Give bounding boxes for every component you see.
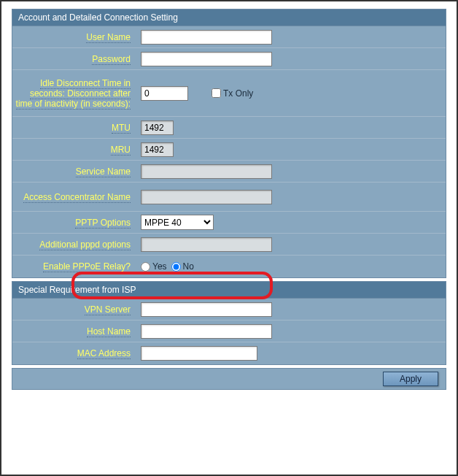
- isp-requirement-panel: Special Requirement from ISP VPN Server …: [12, 281, 446, 365]
- mtu-input[interactable]: [141, 120, 174, 135]
- row-idle: Idle Disconnect Time in seconds: Disconn…: [12, 70, 446, 117]
- mac-address-input[interactable]: [141, 346, 257, 361]
- service-name-label: Service Name: [76, 166, 131, 177]
- row-mtu: MTU: [12, 117, 446, 139]
- access-concentrator-input[interactable]: [141, 190, 272, 204]
- account-connection-header: Account and Detailed Connection Setting: [12, 9, 446, 26]
- row-pppoe-relay: Enable PPPoE Relay? Yes No: [12, 256, 446, 277]
- idle-label: Idle Disconnect Time in seconds: Disconn…: [16, 78, 131, 110]
- pppoe-yes-label: Yes: [152, 261, 167, 272]
- mac-address-label: MAC Address: [77, 348, 131, 359]
- access-concentrator-label: Access Concentrator Name: [23, 192, 131, 203]
- additional-pppd-label: Additional pppd options: [39, 239, 131, 250]
- mru-label: MRU: [111, 145, 131, 156]
- pppoe-relay-yes-radio[interactable]: [141, 262, 150, 272]
- password-input[interactable]: [141, 52, 272, 66]
- host-name-input[interactable]: [141, 324, 272, 339]
- row-user-name: User Name: [12, 26, 446, 48]
- row-pptp-options: PPTP Options MPPE 40: [12, 212, 446, 234]
- vpn-server-label: VPN Server: [85, 304, 131, 315]
- idle-input[interactable]: [141, 86, 188, 101]
- row-mru: MRU: [12, 139, 446, 161]
- isp-requirement-header: Special Requirement from ISP: [12, 282, 446, 299]
- pppoe-relay-label: Enable PPPoE Relay?: [43, 261, 131, 272]
- pppoe-relay-yes-wrap[interactable]: Yes: [141, 261, 167, 272]
- txonly-wrap[interactable]: Tx Only: [211, 88, 253, 99]
- account-connection-panel: Account and Detailed Connection Setting …: [12, 9, 446, 278]
- config-page: Account and Detailed Connection Setting …: [0, 0, 458, 476]
- row-service-name: Service Name: [12, 161, 446, 183]
- host-name-label: Host Name: [87, 326, 131, 337]
- pppoe-no-label: No: [183, 261, 194, 272]
- pppoe-relay-no-radio[interactable]: [171, 262, 181, 272]
- mtu-label: MTU: [112, 123, 131, 134]
- row-password: Password: [12, 48, 446, 70]
- vpn-server-input[interactable]: [141, 302, 272, 317]
- pppoe-relay-no-wrap[interactable]: No: [171, 261, 194, 272]
- user-name-label: User Name: [86, 32, 131, 43]
- additional-pppd-input[interactable]: [141, 237, 272, 252]
- button-bar: Apply: [12, 368, 446, 390]
- row-host-name: Host Name: [12, 320, 446, 342]
- row-additional-pppd: Additional pppd options: [12, 234, 446, 256]
- user-name-input[interactable]: [141, 30, 272, 45]
- row-mac-address: MAC Address: [12, 342, 446, 364]
- txonly-checkbox[interactable]: [211, 88, 221, 98]
- mru-input[interactable]: [141, 142, 174, 157]
- apply-button[interactable]: Apply: [383, 372, 438, 386]
- pptp-options-select[interactable]: MPPE 40: [141, 215, 214, 230]
- row-access-concentrator: Access Concentrator Name: [12, 183, 446, 212]
- pptp-options-label: PPTP Options: [75, 218, 131, 229]
- row-vpn-server: VPN Server: [12, 299, 446, 320]
- txonly-label: Tx Only: [223, 88, 253, 99]
- service-name-input[interactable]: [141, 164, 272, 179]
- password-label: Password: [92, 54, 131, 65]
